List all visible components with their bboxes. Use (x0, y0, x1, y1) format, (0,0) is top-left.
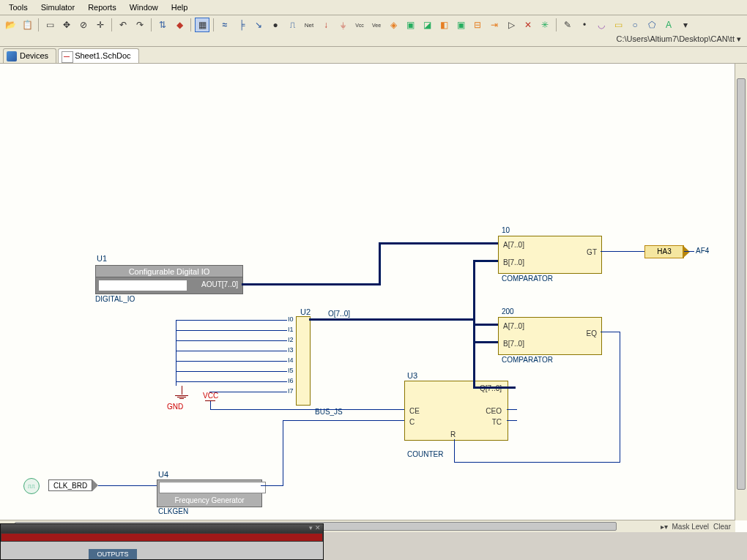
outputs-panel[interactable]: ▾ ✕ OUTPUTS (0, 523, 324, 532)
port-tip-icon (92, 479, 98, 491)
wire-tc-stub (507, 420, 517, 421)
separator (213, 18, 214, 31)
bus-aout-to-comp1 (379, 242, 498, 244)
tb-more-icon[interactable]: ▾ (678, 18, 693, 32)
net-af4[interactable]: AF4 (696, 247, 709, 255)
gnd-symbol[interactable] (175, 386, 188, 400)
schematic-workspace[interactable]: U1 Configurable Digital IO AOUT[7..0] DI… (0, 64, 747, 532)
tb-junction-icon[interactable]: ● (268, 18, 283, 32)
tb-poly-icon[interactable]: ⬠ (644, 18, 659, 32)
menu-simulator[interactable]: Simulator (35, 1, 81, 13)
port-clk-brd[interactable]: CLK_BRD (48, 479, 98, 491)
tb-port2-icon[interactable]: ▣ (453, 18, 468, 32)
comp1-type-label: COMPARATOR (502, 275, 553, 283)
separator (111, 18, 112, 31)
u4-body[interactable]: TIMEBASE FREQ Frequency Generator (157, 479, 262, 507)
tb-circle-icon[interactable]: ○ (628, 18, 642, 32)
tb-busentry-icon[interactable]: ↘ (251, 18, 266, 32)
tb-crosshair-icon[interactable]: ✛ (93, 18, 108, 32)
tb-bus-icon[interactable]: ╞ (234, 18, 249, 32)
clock-source-icon[interactable]: ⎍⎍ (23, 478, 40, 494)
tb-redo-icon[interactable]: ↷ (133, 18, 147, 32)
wire-gnd-h4 (176, 361, 287, 362)
tb-mark-icon[interactable]: ◆ (172, 18, 187, 32)
u2-pin-i4: I4 (288, 356, 294, 364)
wire-vcc-to-ce (210, 409, 404, 410)
clear-button[interactable]: Clear (713, 523, 731, 531)
tb-select-icon[interactable]: ▭ (42, 18, 57, 32)
menu-reports[interactable]: Reports (82, 1, 122, 13)
file-path[interactable]: C:\Users\Altium7\Desktop\CAN\tt ▾ (614, 34, 744, 44)
wire-u4-freq-out (261, 485, 283, 486)
tb-vcc-icon[interactable]: Vcc (352, 18, 367, 32)
wire-clk-v (283, 420, 283, 486)
tb-open-icon[interactable]: 📂 (3, 18, 18, 32)
u1-param-field[interactable] (98, 280, 187, 291)
u2-designator[interactable]: U2 (300, 307, 311, 316)
u3-c-label: C (409, 418, 415, 426)
u2-body[interactable] (296, 316, 311, 406)
tb-sheet-icon[interactable]: ▦ (195, 18, 209, 32)
tb-vee-icon[interactable]: Vee (369, 18, 384, 32)
comp2-type-label: COMPARATOR (502, 356, 553, 364)
tb-sheet2-icon[interactable]: ◪ (420, 18, 434, 32)
wire-eq-out (601, 332, 620, 332)
u4-left-label: TIMEBASE (163, 484, 200, 492)
u1-designator[interactable]: U1 (97, 254, 107, 263)
tb-noerrc-icon[interactable]: ✕ (521, 18, 535, 32)
tb-net-icon[interactable]: Net (302, 18, 316, 32)
schematic-icon (62, 51, 73, 63)
tb-port3-icon[interactable]: ⊟ (470, 18, 485, 32)
panel-dropdown-icon[interactable]: ▾ (309, 524, 313, 532)
comp2-body[interactable]: A[7..0] B[7..0] EQ (498, 317, 602, 355)
tb-gnd-icon[interactable]: ⏚ (335, 18, 350, 32)
tb-copy-icon[interactable]: 📋 (20, 18, 34, 32)
tb-move-icon[interactable]: ✥ (59, 18, 74, 32)
vertical-scrollbar[interactable] (735, 64, 747, 520)
status-icons[interactable]: ▸▾ (661, 523, 668, 531)
menu-tools[interactable]: Tools (3, 1, 34, 13)
tab-sheet1[interactable]: Sheet1.SchDoc (58, 48, 138, 63)
tb-pencil-icon[interactable]: ✎ (560, 18, 575, 32)
v-scroll-thumb[interactable] (737, 78, 746, 490)
tb-part-icon[interactable]: ▷ (504, 18, 519, 32)
u3-designator[interactable]: U3 (407, 371, 417, 380)
u3-r-label: R (450, 430, 456, 438)
tb-compile-icon[interactable]: ✳ (538, 18, 552, 32)
u4-designator[interactable]: U4 (158, 470, 168, 479)
tb-netlabel-icon[interactable]: ⎍ (285, 18, 300, 32)
mask-level-button[interactable]: Mask Level (672, 523, 710, 531)
tb-dot-icon[interactable]: • (577, 18, 592, 32)
u3-body[interactable]: Q[7..0] CE C CEO TC R (404, 381, 508, 441)
comp2-const[interactable]: 200 (502, 307, 514, 316)
bus-comp2-a-entry (473, 324, 498, 326)
tb-undo-icon[interactable]: ↶ (116, 18, 130, 32)
wire-clk-to-u4 (98, 485, 157, 486)
tb-rect-icon[interactable]: ▭ (611, 18, 625, 32)
wire-vcc-h7 (209, 392, 287, 392)
wire-gnd-h0 (176, 320, 287, 321)
tb-port4-icon[interactable]: ⇥ (487, 18, 502, 32)
panel-close-icon[interactable]: ✕ (315, 524, 321, 532)
tb-updown-icon[interactable]: ⇅ (155, 18, 170, 32)
tb-sheet1-icon[interactable]: ▣ (403, 18, 417, 32)
tab-devices[interactable]: Devices (3, 48, 56, 63)
tb-wire-icon[interactable]: ≈ (218, 18, 232, 32)
menu-help[interactable]: Help (166, 1, 194, 13)
tb-arc-icon[interactable]: ◡ (594, 18, 609, 32)
tb-power-icon[interactable]: ↓ (319, 18, 333, 32)
vcc-label: VCC (203, 392, 218, 400)
comp1-const[interactable]: 10 (502, 226, 510, 234)
tb-deselect-icon[interactable]: ⊘ (76, 18, 91, 32)
tb-port1-icon[interactable]: ◈ (386, 18, 401, 32)
comp1-body[interactable]: A[7..0] B[7..0] GT (498, 236, 602, 274)
harness-ha3[interactable]: HA3 (644, 245, 684, 258)
wire-gt-to-ha3 (601, 251, 644, 252)
bus-u3-q-left (473, 387, 508, 389)
u1-port-label: AOUT[7..0] (201, 280, 238, 288)
u3-type-label: COUNTER (407, 450, 443, 458)
tb-text-icon[interactable]: A (661, 18, 676, 32)
tb-harness-icon[interactable]: ◧ (436, 18, 451, 32)
u1-body[interactable]: AOUT[7..0] (95, 277, 243, 294)
menu-window[interactable]: Window (124, 1, 164, 13)
